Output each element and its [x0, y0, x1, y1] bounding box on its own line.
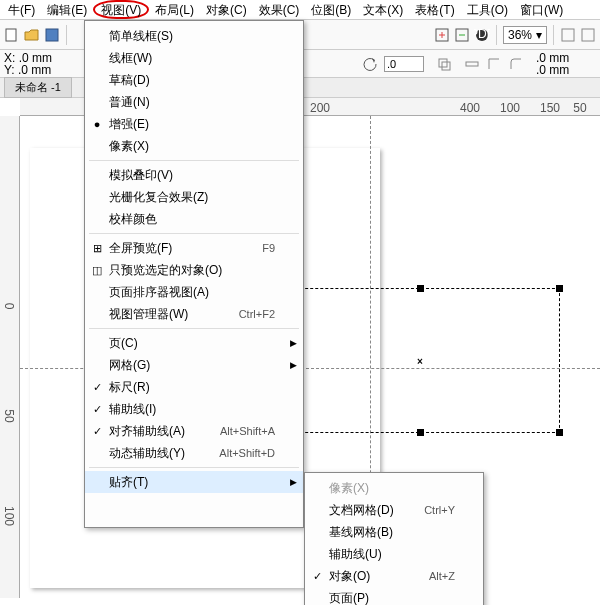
svg-rect-7 — [582, 29, 594, 41]
mi-page[interactable]: 页(C)▶ — [85, 332, 303, 354]
open-icon[interactable] — [24, 27, 40, 43]
snap-submenu: 像素(X) 文档网格(D)Ctrl+Y 基线网格(B) 辅助线(U) ✓对象(O… — [304, 472, 484, 605]
doc-tab[interactable]: 未命名 -1 — [4, 77, 72, 98]
corner2-icon[interactable] — [508, 56, 524, 72]
handle-ne[interactable] — [556, 285, 563, 292]
menu-tools[interactable]: 工具(O) — [461, 0, 514, 19]
svg-rect-9 — [442, 62, 450, 70]
smi-page[interactable]: 页面(P) — [305, 587, 483, 605]
menu-object[interactable]: 对象(C) — [200, 0, 253, 19]
mi-overprint[interactable]: 模拟叠印(V) — [85, 164, 303, 186]
menu-view[interactable]: 视图(V) — [93, 0, 149, 19]
menu-layout[interactable]: 布局(L) — [149, 0, 200, 19]
nudge-input[interactable] — [384, 56, 424, 72]
menubar: 牛(F) 编辑(E) 视图(V) 布局(L) 对象(C) 效果(C) 位图(B)… — [0, 0, 600, 20]
mi-guides[interactable]: ✓辅助线(I) — [85, 398, 303, 420]
handle-s[interactable] — [417, 429, 424, 436]
save-icon[interactable] — [44, 27, 60, 43]
coord-readout: X: .0 mm Y: .0 mm — [4, 52, 64, 76]
menu-file[interactable]: 牛(F) — [2, 0, 41, 19]
options-icon[interactable] — [580, 27, 596, 43]
menu-table[interactable]: 表格(T) — [409, 0, 460, 19]
ruler-vertical: 0 50 100 — [0, 116, 20, 598]
handle-se[interactable] — [556, 429, 563, 436]
svg-rect-10 — [466, 62, 478, 66]
mi-simple-wireframe[interactable]: 简单线框(S) — [85, 25, 303, 47]
mi-align-guides[interactable]: ✓对齐辅助线(A)Alt+Shift+A — [85, 420, 303, 442]
unit2: .0 mm — [536, 64, 596, 76]
unit-readout: .0 mm .0 mm — [536, 52, 596, 76]
menu-text[interactable]: 文本(X) — [357, 0, 409, 19]
smi-pixels: 像素(X) — [305, 477, 483, 499]
unit1: .0 mm — [536, 52, 596, 64]
view-menu: 简单线框(S) 线框(W) 草稿(D) 普通(N) ●增强(E) 像素(X) 模… — [84, 20, 304, 528]
mi-page-sorter[interactable]: 页面排序器视图(A) — [85, 281, 303, 303]
menu-effect[interactable]: 效果(C) — [253, 0, 306, 19]
mi-snap-to[interactable]: 贴齐(T)▶ — [85, 471, 303, 493]
svg-rect-1 — [46, 29, 58, 41]
svg-text:PDF: PDF — [474, 27, 490, 41]
menu-window[interactable]: 窗口(W) — [514, 0, 569, 19]
undo-icon[interactable] — [362, 56, 378, 72]
mi-wireframe[interactable]: 线框(W) — [85, 47, 303, 69]
zoom-level[interactable]: 36%▾ — [503, 26, 547, 44]
mi-dynamic-guides[interactable]: 动态辅助线(Y)Alt+Shift+D — [85, 442, 303, 464]
menu-bitmap[interactable]: 位图(B) — [305, 0, 357, 19]
mi-preview-selected[interactable]: ◫只预览选定的对象(O) — [85, 259, 303, 281]
mi-draft[interactable]: 草稿(D) — [85, 69, 303, 91]
selection[interactable]: × — [280, 288, 560, 433]
mi-fullscreen[interactable]: ⊞全屏预览(F)F9 — [85, 237, 303, 259]
mi-pixels[interactable]: 像素(X) — [85, 135, 303, 157]
corner-icon[interactable] — [486, 56, 502, 72]
mi-proof-colors[interactable]: 校样颜色 — [85, 208, 303, 230]
duplicate-icon[interactable] — [436, 56, 452, 72]
smi-objects[interactable]: ✓对象(O)Alt+Z — [305, 565, 483, 587]
svg-rect-6 — [562, 29, 574, 41]
menu-edit[interactable]: 编辑(E) — [41, 0, 93, 19]
pdf-icon[interactable]: PDF — [474, 27, 490, 43]
zoom-value: 36% — [508, 28, 532, 42]
chevron-down-icon: ▾ — [536, 28, 542, 42]
smi-doc-grid[interactable]: 文档网格(D)Ctrl+Y — [305, 499, 483, 521]
mi-normal[interactable]: 普通(N) — [85, 91, 303, 113]
mi-grid[interactable]: 网格(G)▶ — [85, 354, 303, 376]
svg-rect-0 — [6, 29, 16, 41]
new-icon[interactable] — [4, 27, 20, 43]
handle-n[interactable] — [417, 285, 424, 292]
x-coord: X: .0 mm — [4, 52, 64, 64]
align-icon[interactable] — [464, 56, 480, 72]
center-marker: × — [417, 355, 423, 366]
mi-rasterize[interactable]: 光栅化复合效果(Z) — [85, 186, 303, 208]
import-icon[interactable] — [434, 27, 450, 43]
export-icon[interactable] — [454, 27, 470, 43]
y-coord: Y: .0 mm — [4, 64, 64, 76]
mi-enhanced[interactable]: ●增强(E) — [85, 113, 303, 135]
snap-icon[interactable] — [560, 27, 576, 43]
mi-rulers[interactable]: ✓标尺(R) — [85, 376, 303, 398]
smi-guides[interactable]: 辅助线(U) — [305, 543, 483, 565]
mi-view-manager[interactable]: 视图管理器(W)Ctrl+F2 — [85, 303, 303, 325]
smi-baseline-grid[interactable]: 基线网格(B) — [305, 521, 483, 543]
svg-rect-8 — [439, 59, 447, 67]
